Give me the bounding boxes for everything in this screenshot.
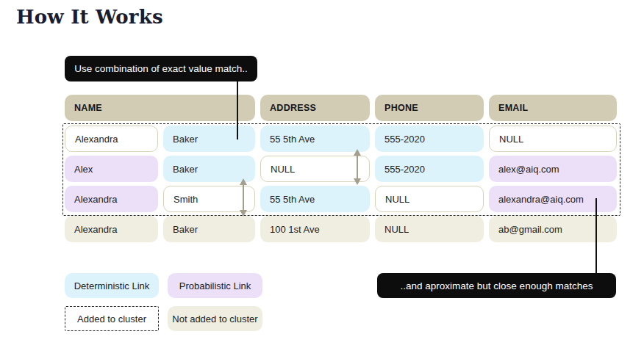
how-it-works-diagram: How It Works Use combination of exact va… xyxy=(0,0,644,359)
connector-line-bottom xyxy=(595,198,597,273)
table-cell-email: ab@gmail.com xyxy=(489,216,617,242)
connector-line-top xyxy=(237,81,238,139)
tooltip-approximate-match: ..and aproximate but close enough matche… xyxy=(377,273,616,298)
vertical-double-arrow-icon xyxy=(352,149,362,185)
column-header-address: ADDRESS xyxy=(260,95,370,121)
legend-added-to-cluster: Added to cluster xyxy=(65,306,159,331)
legend-probabilistic-link: Probabilistic Link xyxy=(168,273,262,298)
tooltip-exact-match: Use combination of exact value match.. xyxy=(65,56,257,81)
legend-deterministic-link: Deterministic Link xyxy=(65,273,159,298)
table-cell-phone: NULL xyxy=(375,216,484,242)
table-cell-address: 100 1st Ave xyxy=(260,216,370,242)
cluster-dashed-outline xyxy=(62,123,620,216)
column-header-phone: PHONE xyxy=(375,95,484,121)
table-cell-last-name: Baker xyxy=(163,216,255,242)
column-header-email: EMAIL xyxy=(489,95,617,121)
vertical-double-arrow-icon xyxy=(238,178,248,217)
column-header-name: NAME xyxy=(65,95,255,121)
table-cell-first-name: Alexandra xyxy=(65,216,158,242)
legend-not-added-to-cluster: Not added to cluster xyxy=(168,306,262,331)
page-title: How It Works xyxy=(16,6,163,28)
